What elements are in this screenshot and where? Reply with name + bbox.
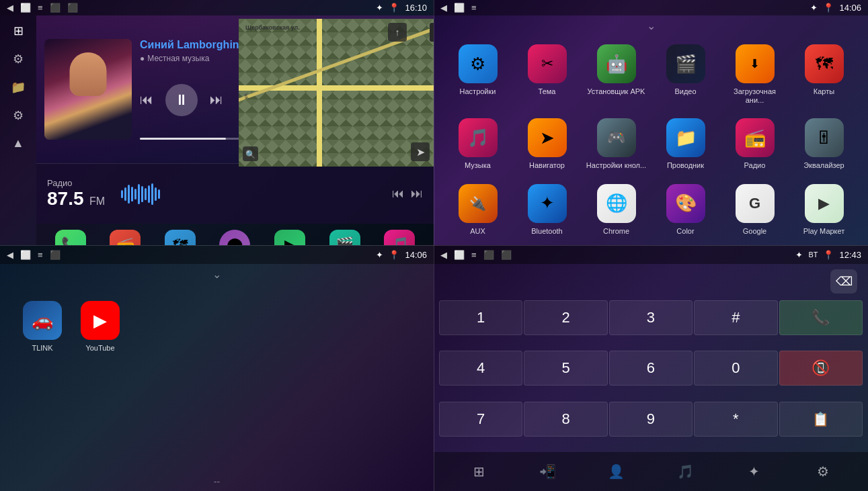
download-icon: ⬇ xyxy=(736,44,775,83)
q2-menu-icon[interactable]: ≡ xyxy=(471,3,477,13)
dock-phone-button[interactable]: 📞 xyxy=(55,230,86,245)
contact-button[interactable]: 📋 xyxy=(779,402,863,437)
dialer-grid-icon[interactable]: ⊞ xyxy=(464,457,494,486)
playstore-icon: ▶ xyxy=(805,184,844,223)
theme-icon: ✂ xyxy=(528,44,567,83)
key-hash[interactable]: # xyxy=(694,300,777,335)
dock-radio-button[interactable]: 📻 xyxy=(110,230,141,245)
app-theme[interactable]: ✂ Тема xyxy=(514,39,580,110)
apk-icon: 🤖 xyxy=(597,44,636,83)
dock-maps-button[interactable]: 🗺 xyxy=(165,230,196,245)
album-art-image xyxy=(44,39,132,140)
dialer-contacts-icon[interactable]: 👤 xyxy=(602,457,631,486)
key-8[interactable]: 8 xyxy=(524,402,607,437)
youtube-label: YouTube xyxy=(85,344,114,353)
chrome-icon: 🌐 xyxy=(597,184,636,223)
q2-back-icon[interactable]: ◀ xyxy=(440,3,447,13)
q3-back-icon[interactable]: ◀ xyxy=(7,250,13,260)
q2-pulldown[interactable]: ⌄ xyxy=(434,15,868,36)
map-navigate-button[interactable]: ➤ xyxy=(411,142,430,161)
wave-bar-6 xyxy=(138,184,140,204)
dock-video-button[interactable]: 🎬 xyxy=(329,230,360,245)
color-label: Color xyxy=(676,227,694,236)
q4-menu-icon[interactable]: ≡ xyxy=(471,250,477,260)
key-5[interactable]: 5 xyxy=(524,351,607,386)
map-compass[interactable]: ↑ xyxy=(388,23,407,42)
key-2[interactable]: 2 xyxy=(524,300,607,335)
wave-bar-10 xyxy=(151,183,153,205)
app-tlink[interactable]: 🚗 TLINK xyxy=(20,296,65,358)
key-3[interactable]: 3 xyxy=(609,300,693,335)
q4-back-icon[interactable]: ◀ xyxy=(440,250,447,260)
end-call-button[interactable]: 📵 xyxy=(779,351,863,386)
q1-back-icon[interactable]: ◀ xyxy=(7,3,13,13)
bluetooth-icon: ✦ xyxy=(528,184,567,223)
app-bluetooth[interactable]: ✦ Bluetooth xyxy=(514,179,580,241)
app-music[interactable]: 🎵 Музыка xyxy=(444,113,511,175)
app-google[interactable]: G Google xyxy=(721,179,788,241)
app-radio[interactable]: 📻 Радио xyxy=(721,113,788,175)
app-apk[interactable]: 🤖 Установщик APK xyxy=(583,39,649,110)
dialer-music-icon[interactable]: 🎵 xyxy=(670,457,700,486)
radio-next-button[interactable]: ⏭ xyxy=(411,187,423,201)
sidebar-folder-icon[interactable]: 📁 xyxy=(11,80,26,95)
map-search-button[interactable]: 🔍 xyxy=(243,146,258,161)
next-button[interactable]: ⏭ xyxy=(210,92,223,107)
prev-button[interactable]: ⏮ xyxy=(140,92,153,107)
app-video[interactable]: 🎬 Видео xyxy=(652,39,719,110)
settings-label: Настройки xyxy=(460,87,496,96)
key-0[interactable]: 0 xyxy=(694,351,777,386)
app-aux[interactable]: 🔌 AUX xyxy=(444,179,511,241)
key-4[interactable]: 4 xyxy=(439,351,522,386)
backspace-button[interactable]: ⌫ xyxy=(830,269,857,294)
dock-music-button[interactable]: 🎵 xyxy=(384,230,415,245)
q4-home-icon[interactable]: ⬜ xyxy=(454,250,465,260)
wave-bar-12 xyxy=(158,189,160,199)
sidebar-tune-icon[interactable]: ⚙ xyxy=(13,52,24,66)
app-files[interactable]: 📁 Проводник xyxy=(652,113,719,175)
app-playstore[interactable]: ▶ Play Маркет xyxy=(791,179,857,241)
q1-menu-icon[interactable]: ≡ xyxy=(38,3,43,13)
dock-playstore-button[interactable]: ▶ xyxy=(274,230,305,245)
wave-bar-2 xyxy=(124,187,126,201)
app-download[interactable]: ⬇ Загрузочная ани... xyxy=(721,39,788,110)
key-1[interactable]: 1 xyxy=(439,300,522,335)
map-background: Щербаковская ул. ул. ⬚ + − ↑ ➤ xyxy=(239,19,434,167)
key-9[interactable]: 9 xyxy=(609,402,693,437)
dialer-phone-options-icon[interactable]: 📲 xyxy=(532,457,562,486)
q2-home-icon[interactable]: ⬜ xyxy=(454,3,465,13)
app-steering[interactable]: 🎮 Настройки кнол... xyxy=(583,113,649,175)
q3-home-icon[interactable]: ⬜ xyxy=(20,250,31,260)
sidebar-nav-icon[interactable]: ▲ xyxy=(12,136,24,150)
play-pause-button[interactable]: ⏸ xyxy=(165,84,198,116)
app-navigator[interactable]: ➤ Навигатор xyxy=(514,113,580,175)
call-green-button[interactable]: 📞 xyxy=(779,300,863,335)
radio-waveform xyxy=(121,183,160,205)
dock-circle-button[interactable]: ⬤ xyxy=(219,230,250,245)
app-list-quadrant: ◀ ⬜ ≡ ⬛ ✦ 📍 14:06 ⌄ 🚗 TLINK xyxy=(0,245,434,491)
key-star[interactable]: * xyxy=(694,402,777,437)
wave-bar-8 xyxy=(145,188,147,200)
key-7[interactable]: 7 xyxy=(439,402,522,437)
radio-prev-button[interactable]: ⏮ xyxy=(392,187,404,201)
radio-label: Радио xyxy=(744,161,766,170)
q1-time: 16:10 xyxy=(405,3,427,13)
q3-pulldown[interactable]: ⌄ xyxy=(0,264,434,285)
app-maps[interactable]: 🗺 Карты xyxy=(791,39,857,110)
app-equalizer[interactable]: 🎚 Эквалайзер xyxy=(791,113,857,175)
dialer-bluetooth-icon[interactable]: ✦ xyxy=(739,457,768,486)
radio-frequency: 87.5 xyxy=(47,188,84,209)
q1-home-icon[interactable]: ⬜ xyxy=(20,3,31,13)
app-chrome[interactable]: 🌐 Chrome xyxy=(583,179,649,241)
map-panel: Щербаковская ул. ул. ⬚ + − ↑ ➤ xyxy=(239,19,434,167)
key-6[interactable]: 6 xyxy=(609,351,693,386)
q1-main-area: ⊞ ⚙ 📁 ⚙ ▲ xyxy=(0,15,434,245)
sidebar-home-icon[interactable]: ⊞ xyxy=(13,24,24,38)
app-settings[interactable]: ⚙ Настройки xyxy=(444,39,511,110)
q3-menu-icon[interactable]: ≡ xyxy=(38,250,43,260)
app-color[interactable]: 🎨 Color xyxy=(652,179,719,241)
sidebar-settings-icon[interactable]: ⚙ xyxy=(13,108,24,123)
download-label: Загрузочная ани... xyxy=(724,87,785,105)
app-youtube[interactable]: ▶ YouTube xyxy=(78,296,122,358)
dialer-settings-icon[interactable]: ⚙ xyxy=(808,457,838,486)
